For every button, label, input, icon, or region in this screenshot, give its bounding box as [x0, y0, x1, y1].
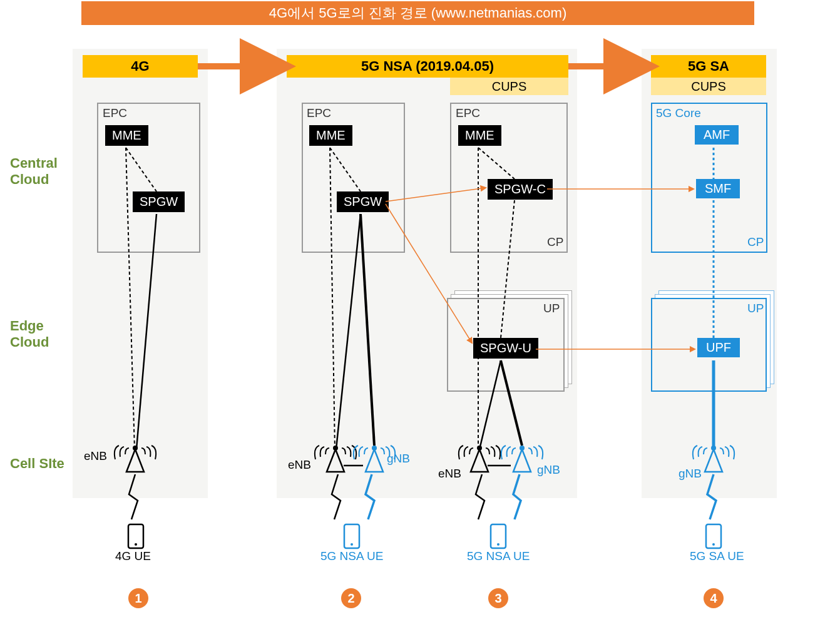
header-nsa: 5G NSA (2019.04.05) [287, 55, 568, 78]
header-4g: 4G [83, 55, 198, 78]
step-3-badge: 3 [488, 588, 508, 608]
header-sa: 5G SA [651, 55, 766, 78]
mme-4g: MME [105, 125, 148, 146]
enb-label-nsa-right: eNB [438, 467, 461, 481]
mme-nsa-left: MME [309, 125, 352, 146]
svg-rect-31 [344, 524, 359, 548]
ue-label-nsa-right: 5G NSA UE [467, 549, 530, 563]
svg-point-36 [712, 543, 715, 546]
cp-label-sa: CP [747, 235, 764, 249]
step-1-badge: 1 [128, 588, 148, 608]
title-bar: 4G에서 5G로의 진화 경로 (www.netmanias.com) [81, 1, 754, 25]
gnb-label-nsa-right: gNB [537, 463, 560, 477]
row-label-cell: Cell SIte [10, 456, 64, 472]
spgw-nsa-left: SPGW [337, 191, 389, 212]
step-2-badge: 2 [341, 588, 361, 608]
enb-label-nsa-left: eNB [288, 458, 311, 472]
up-label-nsa: UP [543, 302, 560, 315]
step-4-badge: 4 [704, 588, 724, 608]
enb-label-4g: eNB [84, 449, 107, 463]
epc-label-4g: EPC [103, 106, 127, 120]
svg-point-30 [135, 543, 137, 546]
gnb-label-nsa-left: gNB [387, 452, 410, 466]
core-label-sa: 5G Core [656, 106, 701, 120]
svg-rect-35 [706, 524, 721, 548]
epc-label-nsa-right: EPC [456, 106, 480, 120]
amf-sa: AMF [695, 125, 739, 145]
cups-sa: CUPS [651, 78, 766, 95]
cp-label-nsa: CP [547, 235, 563, 249]
gnb-label-sa: gNB [679, 467, 702, 481]
smf-sa: SMF [696, 179, 740, 198]
row-label-central: Central Cloud [10, 155, 58, 188]
ue-label-sa: 5G SA UE [690, 549, 744, 563]
svg-point-32 [351, 543, 353, 546]
row-label-edge: Edge Cloud [10, 318, 49, 351]
spgw-4g: SPGW [133, 191, 185, 212]
epc-label-nsa-left: EPC [307, 106, 331, 120]
mme-nsa-right: MME [458, 125, 501, 146]
cups-nsa: CUPS [450, 78, 568, 95]
ue-label-4g: 4G UE [115, 549, 151, 563]
spgwu-nsa: SPGW-U [473, 338, 538, 359]
up-label-sa: UP [747, 302, 764, 315]
ue-label-nsa-left: 5G NSA UE [320, 549, 383, 563]
upf-sa: UPF [697, 338, 740, 357]
svg-rect-33 [491, 524, 506, 548]
svg-point-34 [497, 543, 499, 546]
spgwc-nsa: SPGW-C [488, 179, 553, 200]
svg-rect-29 [128, 524, 143, 548]
